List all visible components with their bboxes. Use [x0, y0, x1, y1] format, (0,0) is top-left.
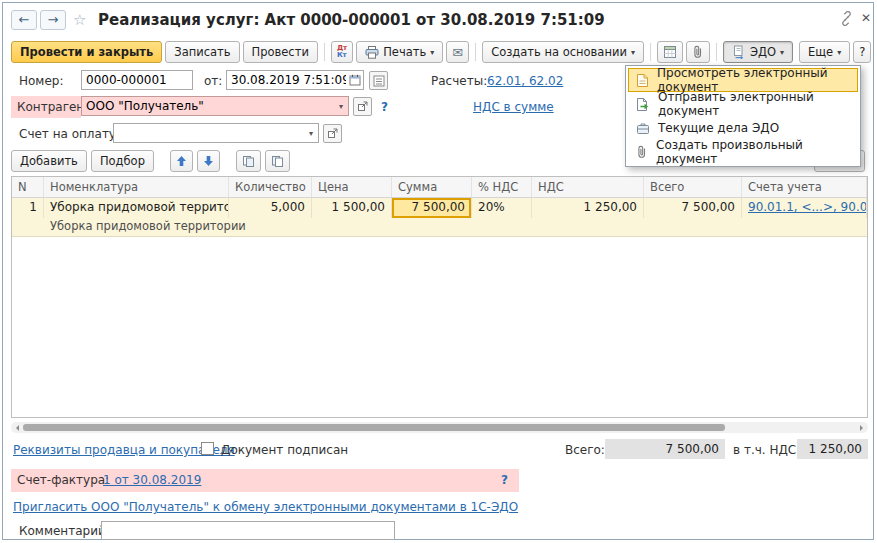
- cell-vat[interactable]: 1 250,00: [532, 198, 644, 218]
- invoice-help-link[interactable]: ?: [501, 473, 508, 487]
- cell-price[interactable]: 1 500,00: [312, 198, 392, 218]
- pages-icon: [271, 155, 284, 168]
- calendar-icon[interactable]: [346, 74, 363, 86]
- screen: ← → ☆ Реализация услуг: Акт 0000-000001 …: [0, 0, 877, 543]
- table-row-description: Уборка придомовой территории: [12, 218, 867, 236]
- open-journal-button[interactable]: [369, 71, 388, 90]
- cell-amount-selected[interactable]: 7 500,00: [392, 198, 472, 218]
- cell-accounts[interactable]: 90.01.1, <...>, 90.02.1, 90.03: [742, 198, 867, 218]
- date-field[interactable]: 30.08.2019 7:51:09: [226, 70, 364, 90]
- edo-button[interactable]: ЭДО ▾: [723, 41, 793, 63]
- total-value: 7 500,00: [605, 439, 725, 459]
- copy-icon: [242, 155, 255, 168]
- comment-input[interactable]: [101, 521, 395, 540]
- document-signed-label: Документ подписан: [221, 443, 348, 457]
- column-header-vat[interactable]: НДС: [532, 177, 644, 197]
- column-header-total[interactable]: Всего: [644, 177, 742, 197]
- pick-button[interactable]: Подбор: [91, 150, 154, 172]
- column-header-accounts[interactable]: Счета учета: [742, 177, 867, 197]
- get-link-icon[interactable]: [839, 11, 854, 26]
- scroll-left-icon[interactable]: [13, 425, 19, 431]
- print-button[interactable]: Печать ▾: [356, 41, 443, 63]
- menu-item-label: Создать произвольный документ: [656, 138, 849, 166]
- counterparty-open-button[interactable]: [353, 97, 372, 116]
- counterparty-help-link[interactable]: ?: [381, 100, 388, 114]
- cell-quantity[interactable]: 5,000: [229, 198, 312, 218]
- printer-icon: [365, 46, 379, 59]
- post-button[interactable]: Провести: [243, 41, 318, 63]
- number-input[interactable]: [81, 70, 193, 90]
- toolbar-separator: [650, 43, 651, 61]
- dropdown-arrow-icon[interactable]: ▾: [334, 102, 348, 111]
- attachments-button[interactable]: [686, 41, 710, 63]
- close-icon[interactable]: ✕: [861, 11, 871, 25]
- payment-invoice-label: Счет на оплату:: [19, 127, 120, 141]
- column-header-nomenclature[interactable]: Номенклатура: [44, 177, 229, 197]
- counterparty-value: ООО "Получатель": [82, 99, 334, 113]
- post-label: Провести: [252, 45, 309, 59]
- dtkt-icon: ДтКт: [337, 45, 347, 59]
- back-button[interactable]: ←: [11, 10, 37, 30]
- toolbar-separator: [475, 43, 476, 61]
- show-postings-button[interactable]: ДтКт: [331, 41, 353, 63]
- reports-button[interactable]: [657, 41, 683, 63]
- cell-total[interactable]: 7 500,00: [644, 198, 742, 218]
- vat-in-sum-link[interactable]: НДС в сумме: [473, 100, 554, 114]
- write-button[interactable]: Записать: [165, 41, 239, 63]
- toolbar-separator: [324, 43, 325, 61]
- menu-item-view-edocument[interactable]: Просмотреть электронный документ: [628, 68, 858, 92]
- dropdown-arrow-icon[interactable]: ▾: [304, 129, 318, 138]
- cell-n[interactable]: 1: [12, 198, 44, 218]
- items-table: N Номенклатура Количество Цена Сумма % Н…: [11, 176, 868, 418]
- more-label: Еще: [808, 45, 833, 59]
- table-row-main-line: 1 Уборка придомовой территории 5,000 1 5…: [12, 198, 867, 218]
- duplicate-row-button[interactable]: [265, 150, 290, 172]
- menu-item-send-edocument[interactable]: Отправить электронный документ: [628, 92, 858, 116]
- document-window: ← → ☆ Реализация услуг: Акт 0000-000001 …: [2, 2, 874, 540]
- move-row-down-button[interactable]: [197, 150, 220, 172]
- favorite-star-icon[interactable]: ☆: [73, 11, 86, 29]
- write-label: Записать: [174, 45, 230, 59]
- scrollbar-thumb[interactable]: [23, 424, 725, 431]
- more-button[interactable]: Еще ▾: [799, 41, 850, 63]
- invoice-label: Счет-фактура:: [17, 473, 109, 487]
- payment-invoice-open-button[interactable]: [323, 124, 342, 143]
- report-table-icon: [663, 45, 677, 59]
- create-on-basis-button[interactable]: Создать на основании ▾: [482, 41, 644, 63]
- menu-item-edo-tasks[interactable]: Текущие дела ЭДО: [628, 116, 858, 140]
- menu-item-label: Отправить электронный документ: [658, 90, 849, 118]
- document-signed-checkbox[interactable]: [201, 442, 214, 455]
- table-row[interactable]: 1 Уборка придомовой территории 5,000 1 5…: [12, 198, 867, 237]
- move-row-up-button[interactable]: [170, 150, 193, 172]
- menu-item-create-arbitrary-document[interactable]: Создать произвольный документ: [628, 140, 858, 164]
- envelope-icon: ✉: [452, 45, 463, 60]
- invite-to-edo-link[interactable]: Пригласить ООО "Получатель" к обмену эле…: [13, 500, 518, 514]
- column-header-price[interactable]: Цена: [312, 177, 392, 197]
- menu-item-label: Текущие дела ЭДО: [658, 121, 779, 135]
- copy-row-button[interactable]: [236, 150, 261, 172]
- scroll-right-icon[interactable]: [860, 425, 866, 431]
- accounts-link[interactable]: 90.01.1, <...>, 90.02.1, 90.03: [748, 200, 867, 214]
- toolbar-separator: [716, 43, 717, 61]
- help-label: ?: [859, 45, 865, 59]
- counterparty-field[interactable]: ООО "Получатель" ▾: [81, 96, 349, 116]
- cell-nomenclature[interactable]: Уборка придомовой территории: [44, 198, 229, 218]
- settlements-accounts-link[interactable]: 62.01, 62.02: [487, 74, 563, 88]
- arrow-up-icon: [176, 155, 187, 167]
- horizontal-scrollbar[interactable]: [11, 422, 868, 433]
- forward-button[interactable]: →: [40, 10, 66, 30]
- cell-vat-rate[interactable]: 20%: [472, 198, 532, 218]
- help-button[interactable]: ?: [853, 41, 871, 63]
- create-on-basis-label: Создать на основании: [491, 45, 627, 59]
- column-header-vat-rate[interactable]: % НДС: [472, 177, 532, 197]
- post-and-close-button[interactable]: Провести и закрыть: [11, 41, 162, 63]
- column-header-quantity[interactable]: Количество: [229, 177, 312, 197]
- send-email-button[interactable]: ✉: [446, 41, 469, 63]
- invoice-link[interactable]: 1 от 30.08.2019: [103, 473, 201, 487]
- payment-invoice-field[interactable]: ▾: [113, 123, 319, 143]
- column-header-n[interactable]: N: [12, 177, 44, 197]
- document-icon: [636, 73, 649, 88]
- column-header-amount[interactable]: Сумма: [392, 177, 472, 197]
- add-row-button[interactable]: Добавить: [11, 150, 87, 172]
- print-label: Печать: [383, 45, 426, 59]
